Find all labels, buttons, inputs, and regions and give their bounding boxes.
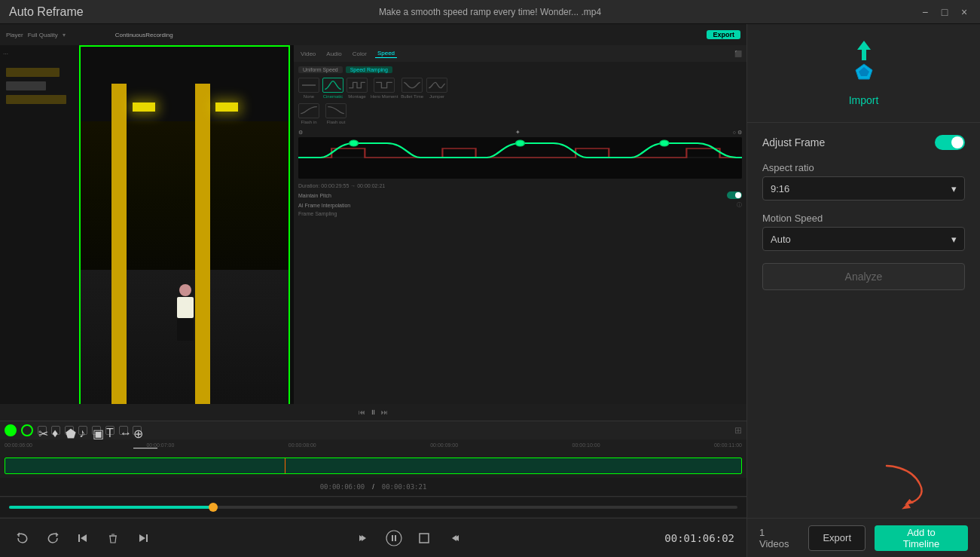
inner-tab-audio[interactable]: Audio xyxy=(324,50,343,58)
inner-quality-arrow: ▾ xyxy=(63,32,66,38)
preset-montage[interactable]: Montage xyxy=(347,78,368,99)
motion-speed-section: Motion Speed Auto ▾ xyxy=(762,213,965,251)
tl-keyframe-icon[interactable]: ⬟ xyxy=(65,426,74,435)
progress-track[interactable] xyxy=(9,506,737,509)
svg-point-5 xyxy=(660,140,669,146)
preview-thumbnails xyxy=(6,68,73,406)
import-button[interactable]: Import xyxy=(849,93,879,107)
maintain-pitch-toggle[interactable] xyxy=(727,191,742,199)
left-controls xyxy=(12,528,154,549)
garage-pillar-left xyxy=(111,84,127,419)
tl-record-btn[interactable] xyxy=(5,424,17,436)
window-title: Make a smooth speed ramp every time! Won… xyxy=(379,7,601,17)
inner-slash: / xyxy=(372,483,374,491)
tl-grid-icon[interactable]: ⊞ xyxy=(734,425,742,436)
ruler-label-6: 00:00:11:00 xyxy=(714,442,742,448)
arrow-indicator xyxy=(747,458,980,518)
motion-speed-arrow: ▾ xyxy=(951,234,957,245)
preset-flash-in[interactable]: Flash in xyxy=(298,103,319,124)
tl-transition-icon[interactable]: ↔ xyxy=(119,426,128,435)
maintain-pitch-row: Maintain Pitch xyxy=(298,191,742,199)
progress-bar-area xyxy=(0,497,746,518)
timeline-clip[interactable] xyxy=(5,458,742,474)
undo-button[interactable] xyxy=(12,528,33,549)
figure-head xyxy=(179,284,191,296)
svg-rect-6 xyxy=(78,534,80,542)
minimize-button[interactable]: − xyxy=(918,5,932,19)
tl-marker-icon[interactable]: ♦ xyxy=(51,426,60,435)
inner-speed-content: Uniform Speed Speed Ramping None xyxy=(294,62,746,221)
tl-snap-btn[interactable] xyxy=(21,424,33,436)
center-controls xyxy=(353,528,465,549)
titlebar-controls: − □ × xyxy=(918,5,971,19)
preset-bullet[interactable]: Bullet Time xyxy=(401,78,423,99)
redo-button[interactable] xyxy=(42,528,63,549)
left-ctrl-play[interactable]: ⏸ xyxy=(370,409,377,416)
inner-tab-video[interactable]: Video xyxy=(298,50,318,58)
preset-cinematic[interactable]: Cinematic xyxy=(322,78,343,99)
delete-button[interactable] xyxy=(102,528,124,549)
go-end-button[interactable] xyxy=(133,528,154,549)
inner-tab-color[interactable]: Color xyxy=(350,50,369,58)
left-ctrl-next[interactable]: ⏭ xyxy=(381,409,388,416)
maximize-button[interactable]: □ xyxy=(938,5,951,19)
right-panel: Import Adjust Frame Aspect ratio 9:16 ▾ xyxy=(746,24,980,557)
motion-speed-value: Auto xyxy=(771,234,791,245)
maintain-pitch-label: Maintain Pitch xyxy=(298,193,331,198)
add-to-timeline-button[interactable]: Add to Timeline xyxy=(875,525,968,551)
preset-none[interactable]: None xyxy=(298,78,319,99)
tl-audio-icon[interactable]: ♪ xyxy=(78,426,87,435)
svg-rect-9 xyxy=(420,534,429,543)
play-pause-button[interactable] xyxy=(383,528,405,549)
tl-cut-icon[interactable]: ✂ xyxy=(38,426,47,435)
preset-flash-out[interactable]: Flash out xyxy=(325,103,347,124)
aspect-ratio-select[interactable]: 9:16 ▾ xyxy=(762,176,965,200)
close-button[interactable]: × xyxy=(957,5,971,19)
video-area: Player Full Quality ▾ ContinuousRecordin… xyxy=(0,24,746,557)
titlebar: Auto Reframe Make a smooth speed ramp ev… xyxy=(0,0,980,24)
inner-export-btn[interactable]: Export xyxy=(707,30,740,39)
speed-ramping-btn[interactable]: Speed Ramping xyxy=(346,66,392,73)
motion-speed-select[interactable]: Auto ▾ xyxy=(762,227,965,251)
duration-info: Duration: 00:00:29:55 → 00:00:02:21 xyxy=(298,183,742,188)
step-forward-button[interactable] xyxy=(444,528,465,549)
export-button[interactable]: Export xyxy=(808,525,866,551)
adjust-frame-label: Adjust Frame xyxy=(762,136,825,148)
speed-ramp-buttons: Uniform Speed Speed Ramping xyxy=(298,66,742,73)
arrow-svg xyxy=(875,458,935,510)
svg-point-4 xyxy=(516,140,525,146)
inner-time-total: 00:00:03:21 xyxy=(382,483,427,491)
timeline-ruler: 00:00:06:00 00:00:07:00 00:00:08:00 00:0… xyxy=(5,442,742,454)
aspect-ratio-value: 9:16 xyxy=(771,183,789,194)
step-back-button[interactable] xyxy=(353,528,374,549)
preset-jumper[interactable]: Jumper xyxy=(426,78,447,99)
import-label: Import xyxy=(849,94,879,106)
adjust-frame-row: Adjust Frame xyxy=(762,135,965,150)
tl-text-icon[interactable]: T xyxy=(105,426,114,435)
progress-thumb[interactable] xyxy=(209,503,218,512)
ruler-label-2: 00:00:07:00 xyxy=(146,442,174,448)
svg-rect-7 xyxy=(146,534,148,542)
ai-frame-row: AI Frame Interpolation ⓘ xyxy=(298,201,742,209)
inner-tab-speed[interactable]: Speed xyxy=(375,49,397,58)
import-area: Import xyxy=(747,24,980,123)
tl-zoom-track[interactable]: ⊕ —— xyxy=(133,426,142,435)
timecode-display: 00:01:06:02 xyxy=(664,532,734,544)
left-ctrl-prev[interactable]: ⏮ xyxy=(359,409,365,416)
inner-player-label: Player xyxy=(6,32,23,38)
main-preview-frame xyxy=(79,45,290,421)
ruler-label-3: 00:00:08:00 xyxy=(289,442,316,448)
analyze-button[interactable]: Analyze xyxy=(762,263,965,290)
figure-legs xyxy=(177,318,194,341)
adjust-frame-knob xyxy=(951,136,963,148)
adjust-frame-toggle[interactable] xyxy=(935,135,965,150)
inner-editor-bar: Player Full Quality ▾ ContinuousRecordin… xyxy=(0,24,746,45)
timeline-ruler-labels: 00:00:06:00 00:00:07:00 00:00:08:00 00:0… xyxy=(5,442,742,448)
stop-button[interactable] xyxy=(414,528,435,549)
tl-video-icon[interactable]: ▣ xyxy=(92,426,101,435)
preset-hero[interactable]: Hero Moment xyxy=(371,78,398,99)
motion-speed-label: Motion Speed xyxy=(762,213,965,224)
go-start-button[interactable] xyxy=(72,528,93,549)
figure-torso xyxy=(177,297,194,318)
uniform-speed-btn[interactable]: Uniform Speed xyxy=(298,66,343,73)
